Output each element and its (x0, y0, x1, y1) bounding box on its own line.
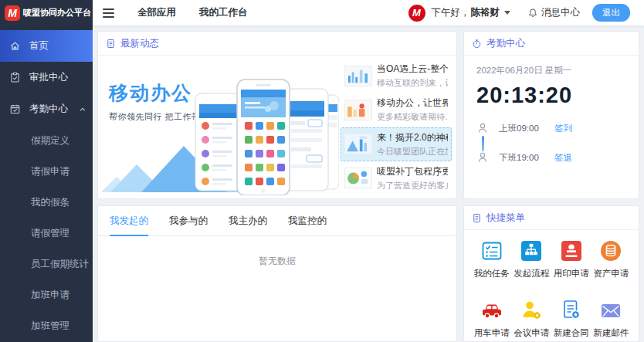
attendance-clock: 20:13:20 (476, 83, 626, 108)
quick-item-label: 会议申请 (514, 327, 549, 339)
quick-menu-grid: 我的任务 发起流程 (464, 230, 639, 339)
quick-item-new-contract[interactable]: 新建合同 (551, 299, 591, 339)
attendance-header: 考勤中心 (464, 32, 639, 56)
logout-button[interactable]: 退出 (592, 4, 630, 22)
bell-icon (527, 8, 538, 19)
app-title: 唛盟协同办公平台 (23, 7, 91, 19)
news-item-title: 移动办公，让世界触手可 (377, 97, 448, 110)
sidebar-subitem-holiday-define[interactable]: 假期定义 (0, 125, 93, 156)
user-menu[interactable]: 下午好，陈裕财 (432, 6, 511, 19)
news-item-highlighted[interactable]: 来！揭开2.0的神秘面纱- 今日唛盟团队正在加班加点， (341, 127, 452, 161)
sidebar-subitem-overtime-manage[interactable]: 加班管理 (0, 310, 93, 341)
top-bar: M 唛盟协同办公平台 全部应用 我的工作台 M 下午好，陈裕财 消息中心 退出 (0, 0, 644, 25)
news-item-title: 来！揭开2.0的神秘面纱- (377, 131, 448, 144)
sidebar-submenu: 假期定义 请假申请 我的假条 请假管理 员工假期统计 加班申请 加班管理 (0, 125, 93, 341)
my-tasks-card: 我发起的 我参与的 我主办的 我监控的 暂无数据 (97, 205, 457, 342)
tab-hosted-by-me[interactable]: 我主办的 (229, 206, 267, 235)
quick-item-car-apply[interactable]: 用车申请 (472, 299, 512, 339)
sidebar-subitem-staff-holiday-stats[interactable]: 员工假期统计 (0, 249, 93, 279)
news-item-desc: 今日唛盟团队正在加班加点， (377, 146, 448, 157)
attendance-row-morning: 上班09:00 签到 (476, 119, 626, 137)
username: 陈裕财 (471, 6, 500, 19)
brand: M 唛盟协同办公平台 (0, 0, 93, 25)
quick-item-label: 资产申请 (593, 268, 629, 279)
contract-icon (560, 299, 583, 322)
news-item-title: 唛盟补丁包程序更新 (377, 165, 448, 178)
sidebar-subitem-my-leave[interactable]: 我的假条 (0, 187, 93, 218)
news-item[interactable]: 唛盟补丁包程序更新 为了营造更好的客户体验，唛 (341, 161, 452, 195)
news-thumbnail (344, 66, 372, 86)
quick-item-label: 发起流程 (514, 268, 549, 279)
sidebar-subitem-overtime-apply[interactable]: 加班申请 (0, 279, 93, 310)
shift-end-label: 下班19:00 (499, 152, 547, 164)
empty-state-text: 暂无数据 (98, 236, 456, 268)
attendance-title: 考勤中心 (486, 37, 525, 50)
task-tabs: 我发起的 我参与的 我主办的 我监控的 (98, 206, 456, 236)
quick-item-meeting-apply[interactable]: 会议申请 (512, 299, 552, 339)
content: 最新动态 移动办公 帮你领先同行 把工作带出办公室 (93, 25, 644, 342)
news-item-desc: 为了营造更好的客户体验，唛 (377, 180, 448, 191)
chevron-up-icon (79, 106, 86, 113)
quick-item-label: 新建合同 (554, 327, 589, 339)
message-center-label: 消息中心 (541, 6, 580, 19)
quick-menu-title: 快捷菜单 (486, 212, 525, 225)
stopwatch-icon (472, 39, 482, 49)
tab-monitored-by-me[interactable]: 我监控的 (288, 206, 327, 235)
nav-my-workbench[interactable]: 我的工作台 (199, 6, 248, 19)
clipboard-icon (9, 72, 21, 83)
hamburger-menu-icon[interactable] (100, 5, 117, 21)
task-list-icon (480, 239, 503, 262)
sidebar-subitem-leave-apply[interactable]: 请假申请 (0, 156, 93, 187)
person-icon (476, 151, 489, 164)
top-right: M 下午好，陈裕财 消息中心 退出 (408, 4, 644, 22)
meeting-person-icon (520, 299, 543, 322)
sidebar-subitem-leave-manage[interactable]: 请假管理 (0, 218, 93, 249)
sidebar-item-attendance-center[interactable]: 考勤中心 (0, 93, 93, 125)
sidebar-item-approval-center[interactable]: 审批中心 (0, 62, 93, 93)
message-center[interactable]: 消息中心 (527, 6, 580, 19)
asset-db-icon (599, 239, 622, 262)
quick-item-seal-apply[interactable]: 用印申请 (551, 239, 591, 279)
news-thumbnail (344, 100, 372, 120)
sidebar-item-label: 审批中心 (29, 71, 68, 84)
quick-item-label: 新建邮件 (593, 327, 629, 339)
banner-headline: 移动办公 (109, 80, 192, 106)
check-out-link[interactable]: 签退 (554, 152, 572, 164)
latest-news-card: 最新动态 移动办公 帮你领先同行 把工作带出办公室 (97, 31, 457, 199)
person-icon (476, 122, 489, 134)
phones-graphic (194, 78, 339, 195)
news-list: 当OA遇上云-整个协同OA 移动互联的到来，让OA与云 (339, 56, 456, 198)
news-item-desc: 更多精彩敬请期待....... (377, 111, 448, 123)
app-root: M 唛盟协同办公平台 全部应用 我的工作台 M 下午好，陈裕财 消息中心 退出 (0, 0, 644, 342)
mobile-office-banner: 移动办公 帮你领先同行 把工作带出办公室 (98, 56, 339, 198)
news-item[interactable]: 移动办公，让世界触手可 更多精彩敬请期待....... (341, 93, 452, 127)
quick-item-new-mail[interactable]: 新建邮件 (591, 299, 632, 339)
document-icon (106, 39, 116, 49)
sidebar-item-home[interactable]: 首页 (0, 30, 93, 62)
news-item-title: 当OA遇上云-整个协同OA (377, 63, 448, 76)
news-item-desc: 移动互联的到来，让OA与云 (377, 77, 448, 89)
quick-item-start-flow[interactable]: 发起流程 (512, 239, 552, 279)
news-item[interactable]: 当OA遇上云-整个协同OA 移动互联的到来，让OA与云 (341, 59, 452, 93)
quick-menu-header: 快捷菜单 (464, 206, 639, 230)
user-avatar: M (408, 5, 425, 22)
attendance-card: 考勤中心 2022年06月20日 星期一 20:13:20 (463, 31, 639, 199)
brand-logo: M (5, 5, 20, 21)
quick-item-label: 我的任务 (474, 268, 510, 279)
sidebar: 首页 审批中心 考勤中心 (0, 25, 93, 342)
car-icon (480, 299, 503, 322)
news-thumbnail (344, 168, 372, 188)
document-icon (472, 213, 482, 223)
news-thumbnail (344, 134, 372, 154)
tab-initiated-by-me[interactable]: 我发起的 (110, 206, 148, 235)
check-in-link[interactable]: 签到 (554, 123, 572, 134)
quick-item-asset-apply[interactable]: 资产申请 (591, 239, 632, 279)
sidebar-item-label: 首页 (29, 39, 49, 52)
nav-all-apps[interactable]: 全部应用 (137, 6, 176, 19)
quick-item-my-tasks[interactable]: 我的任务 (472, 239, 512, 279)
quick-item-label: 用印申请 (554, 268, 589, 279)
home-icon (9, 40, 21, 52)
timeline-connector (482, 136, 484, 151)
tab-participated-by-me[interactable]: 我参与的 (169, 206, 208, 235)
top-nav: 全部应用 我的工作台 (137, 6, 248, 19)
